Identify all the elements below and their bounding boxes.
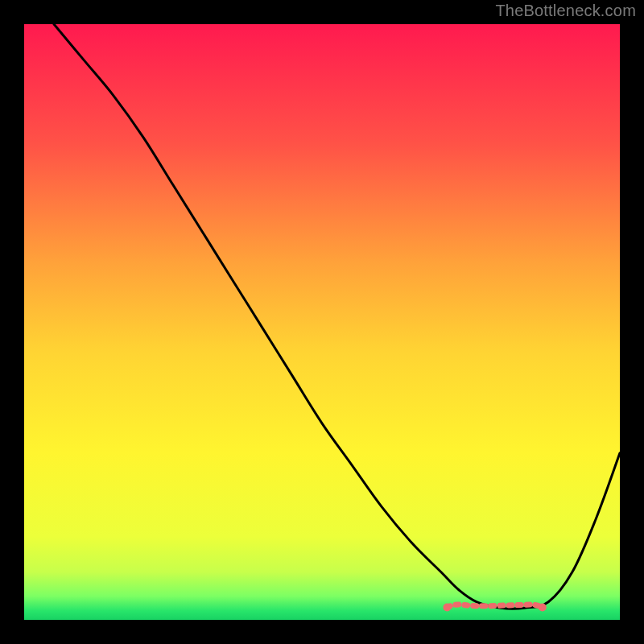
chart-frame: TheBottleneck.com <box>0 0 644 644</box>
optimal-zone-cap <box>443 604 451 612</box>
optimal-zone-cap <box>539 604 547 612</box>
gradient-background <box>24 24 620 620</box>
attribution-label: TheBottleneck.com <box>495 2 636 20</box>
gradient-chart <box>24 24 620 620</box>
plot-area <box>24 24 620 620</box>
